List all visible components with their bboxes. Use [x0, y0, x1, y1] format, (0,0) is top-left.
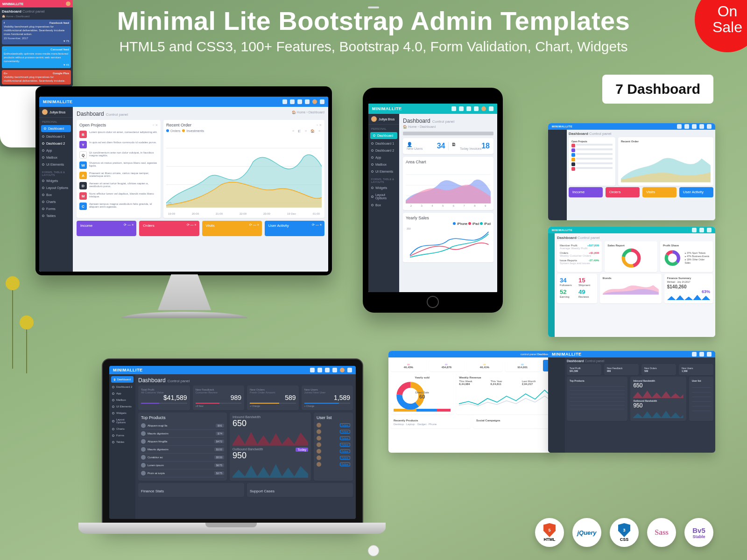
sidebar-item-dashboard[interactable]: Dashboard: [111, 376, 134, 383]
stat-tile[interactable]: Orders⟳ — ×: [139, 221, 199, 236]
thumb-dashboard-4[interactable]: MINIMALLITE Dashboard Control panel Tota…: [548, 351, 715, 453]
list-item[interactable]: DAenean sit amet tortor feugiat, ultrice…: [79, 181, 158, 191]
list-item[interactable]: Follow: [317, 441, 350, 448]
list-item[interactable]: Follow: [317, 428, 350, 435]
sidebar-item-charts[interactable]: Charts: [39, 198, 73, 205]
list-item[interactable]: Follow: [317, 455, 350, 461]
tech-badges: 5HTML jQuery 3CSS Sass Bv5Stable: [535, 518, 713, 547]
tech-css3: 3CSS: [610, 518, 639, 547]
sidebar-item-box[interactable]: Box: [39, 191, 73, 198]
list-item[interactable]: QUt condimentum ante non dolor volutpat,…: [79, 150, 158, 160]
area-chart-card: Area Chart 23456789: [403, 157, 493, 210]
thumb-dashboard-3[interactable]: control panel Dashboard ▭46,43% ▭454,876…: [388, 351, 556, 453]
recent-order-chart: 75: [166, 134, 322, 212]
brand: MINIMALLITE: [43, 99, 73, 104]
list-item[interactable]: BLorem ipsum dolor sit amet, consectetur…: [79, 129, 158, 140]
table-row[interactable]: Aliquam eugi lla$91: [141, 422, 224, 430]
table-row[interactable]: Mauris dignissim$74: [141, 430, 224, 438]
bandwidth-card: Inbound Bandwidth 650 Outbound Bandwidth…: [230, 413, 311, 481]
stats-card: 👤 34 New Users 🗎 18 Today Invoices: [403, 138, 493, 154]
device-laptop: MINIMALLITE Dashboard Dashboard 2 App Ma…: [102, 358, 363, 526]
list-item[interactable]: Follow: [317, 448, 350, 455]
bell-icon[interactable]: [325, 368, 330, 372]
flag-icon[interactable]: [474, 106, 479, 111]
recent-order-card: Recent Order▫ × Orders Investments ≡ ◧ ≡…: [163, 120, 324, 218]
chart-tools[interactable]: ≡ ◧ ≡ 🏠 ≡: [292, 129, 322, 133]
sidebar-item-forms[interactable]: Forms: [39, 205, 73, 212]
avatar: [42, 109, 48, 115]
home-button[interactable]: [368, 545, 379, 556]
flag-icon[interactable]: [305, 99, 310, 104]
tech-html5: 5HTML: [535, 518, 564, 547]
sidebar-item-dashboard[interactable]: Dashboard: [370, 132, 397, 139]
stat-tile[interactable]: User Activity⟳ — ×: [265, 221, 324, 236]
sidebar: Juliya Brus PERSONAL Dashboard Dashboard…: [39, 107, 73, 272]
stat-tile[interactable]: Visits⟳ — ×: [202, 221, 262, 236]
table-row[interactable]: Curabitur ac$533: [141, 454, 224, 462]
mail-icon[interactable]: [290, 99, 295, 104]
card-actions[interactable]: ▫ ×: [153, 123, 158, 127]
device-notch: [205, 523, 257, 527]
sidebar-item-dashboard[interactable]: Dashboard: [41, 125, 71, 132]
sidebar-item-app[interactable]: App: [39, 147, 73, 154]
avatar[interactable]: [340, 368, 345, 372]
topbar: MINIMALLITE: [368, 104, 497, 114]
sidebar-item-tables[interactable]: Tables: [39, 212, 73, 219]
card-actions[interactable]: ▫ ×: [317, 123, 322, 127]
progress-strip: [403, 132, 493, 135]
gear-icon[interactable]: [347, 368, 352, 372]
home-button[interactable]: [427, 296, 439, 308]
dashboard-count-pill: 7 Dashboard: [602, 75, 713, 104]
decor-stem: [12, 289, 13, 369]
list-item[interactable]: Follow: [317, 435, 350, 441]
flag-icon[interactable]: [332, 368, 337, 372]
avatar[interactable]: [481, 106, 486, 111]
sidebar-item-dash2[interactable]: Dashboard 2: [39, 140, 73, 147]
gear-icon[interactable]: [489, 106, 493, 111]
list-item[interactable]: MNunc efficitur lorem vel dapibus, bland…: [79, 191, 158, 201]
stat-card: Total ProfitAll Customs Value$41,589: [138, 385, 190, 410]
list-item[interactable]: CAenean tempus magna vestibulum felis gr…: [79, 201, 158, 211]
gplus-feed[interactable]: G+Google Plus Visibility benchmark plug …: [2, 70, 71, 85]
device-stand: [140, 274, 229, 316]
mail-icon[interactable]: [317, 368, 322, 372]
list-item[interactable]: WVivamus sit metus pretium, tempus liber…: [79, 160, 158, 170]
table-row[interactable]: Aliquam fringilla$472: [141, 438, 224, 446]
bell-icon[interactable]: [466, 106, 471, 111]
sidebar-item-mail[interactable]: Mailbox: [39, 154, 73, 161]
yearly-sales-card: Yearly Sales iPhone iPad iPod 350: [403, 213, 493, 262]
search-icon[interactable]: [451, 106, 456, 111]
sidebar-item-ui[interactable]: UI Elements: [39, 161, 73, 168]
mail-icon[interactable]: [459, 106, 464, 111]
device-base: [121, 312, 247, 318]
list-item[interactable]: YIn quis ad est diam finibus commodo id …: [79, 140, 158, 150]
avatar[interactable]: [312, 99, 317, 104]
search-icon[interactable]: [282, 99, 287, 104]
svg-text:350: 350: [407, 227, 411, 230]
stat-card: New OrdersFresh Order Amount589+ Change: [247, 385, 299, 410]
sidebar-item-layout[interactable]: Layout Options: [39, 184, 73, 191]
sidebar-item-widgets[interactable]: Widgets: [39, 177, 73, 184]
search-icon[interactable]: [310, 368, 315, 372]
table-row[interactable]: Lorem ipsum$675: [141, 462, 224, 469]
decor-flower: [6, 276, 20, 290]
page-heading: DashboardControl panel 🏠 Home › Dashboar…: [77, 111, 324, 117]
stat-tile[interactable]: Income⟳ — ×: [77, 221, 136, 236]
sidebar-user[interactable]: Juliya Brus: [39, 107, 73, 118]
decor-stem: [26, 327, 27, 373]
topbar: MINIMALLITE: [39, 97, 328, 107]
list-item[interactable]: Follow: [317, 422, 350, 428]
decor-flower: [20, 315, 34, 329]
list-item[interactable]: Follow: [317, 461, 350, 468]
sidebar-item-dash1[interactable]: Dashboard 1: [39, 133, 73, 140]
table-row[interactable]: Mauris dignissim$102: [141, 446, 224, 454]
thumb-dashboard-2[interactable]: MINIMALLITE Dashboard Control panel Memb…: [548, 227, 715, 337]
stat-card: New UsersJoined New User1,589+ Change: [302, 385, 353, 410]
thumb-dashboard-1[interactable]: MINIMALLITE Dashboard Control panel Open…: [548, 123, 715, 220]
gear-icon[interactable]: [320, 99, 324, 104]
table-row[interactable]: Proin at turpis$275: [141, 469, 224, 477]
main-content: DashboardControl panel 🏠 Home › Dashboar…: [73, 107, 328, 272]
page-subtitle: HTML5 and CSS3, 100+ Features, Bootstrap…: [0, 39, 747, 55]
bell-icon[interactable]: [297, 99, 302, 104]
list-item[interactable]: APraesent ac libero ornare, varius neque…: [79, 170, 158, 181]
